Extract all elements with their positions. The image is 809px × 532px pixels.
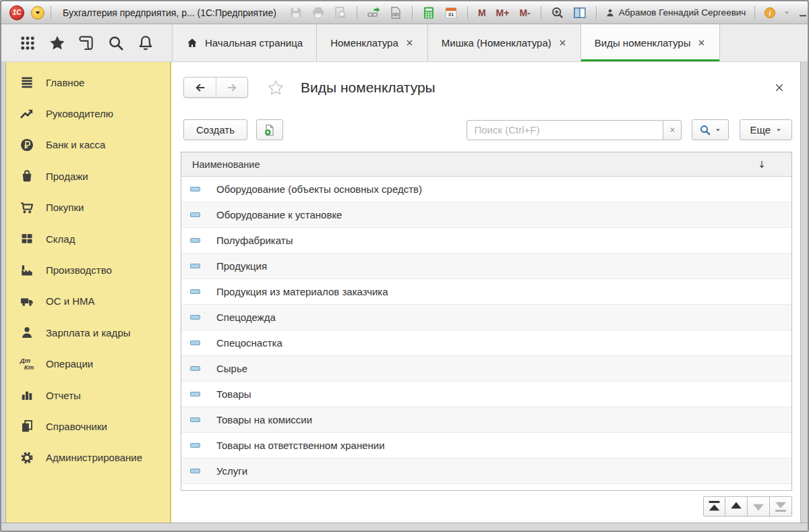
table-row[interactable]: Товары на комиссии bbox=[181, 407, 791, 433]
tab[interactable]: Виды номенклатуры bbox=[581, 24, 721, 61]
calculator-icon[interactable] bbox=[421, 5, 437, 20]
tab-close-icon[interactable] bbox=[558, 38, 567, 47]
link-tools bbox=[363, 5, 406, 20]
cart-icon bbox=[20, 200, 34, 215]
nav-prev-icon[interactable] bbox=[725, 496, 748, 516]
memory-button[interactable]: M- bbox=[515, 7, 534, 18]
sidebar-item[interactable]: Главное bbox=[6, 67, 170, 98]
search-button[interactable] bbox=[692, 119, 729, 140]
sidebar-item[interactable]: Покупки bbox=[6, 192, 170, 223]
user-info[interactable]: Абрамов Геннадий Сергеевич bbox=[605, 7, 746, 18]
table-row[interactable]: Товары на ответственном хранении bbox=[181, 433, 791, 459]
table-row[interactable]: Оборудование (объекты основных средств) bbox=[181, 177, 791, 202]
zoom-plus-icon[interactable] bbox=[549, 5, 566, 20]
menu-icon bbox=[20, 75, 34, 90]
table-row[interactable]: Продукция bbox=[181, 254, 791, 279]
bars-icon bbox=[20, 388, 34, 403]
nav-next-icon[interactable] bbox=[748, 496, 770, 516]
divider bbox=[541, 6, 541, 20]
sidebar-item[interactable]: Справочники bbox=[6, 411, 170, 442]
tabbar: Начальная страница Номенклатура Мишка (Н… bbox=[1, 24, 808, 62]
print-icon[interactable] bbox=[310, 5, 326, 20]
favorite-star-button[interactable] bbox=[267, 79, 284, 96]
column-header-label: Наименование bbox=[192, 159, 260, 170]
create-button[interactable]: Создать bbox=[183, 119, 247, 140]
main-menu-button[interactable] bbox=[31, 6, 44, 20]
save-icon[interactable] bbox=[288, 5, 304, 20]
sidebar-item-label: Зарплата и кадры bbox=[46, 327, 131, 338]
link-go-icon[interactable] bbox=[365, 5, 382, 20]
page-header: Виды номенклатуры bbox=[171, 62, 800, 98]
tab[interactable]: Номенклатура bbox=[317, 24, 428, 61]
apps-menu-icon[interactable] bbox=[19, 34, 36, 52]
tab[interactable]: Начальная страница bbox=[173, 24, 317, 61]
memory-button[interactable]: M+ bbox=[492, 7, 514, 18]
page-title: Виды номенклатуры bbox=[301, 80, 436, 96]
sidebar-item-label: Главное bbox=[46, 77, 84, 88]
item-dash-icon bbox=[190, 341, 200, 345]
close-panel-button[interactable] bbox=[773, 82, 785, 94]
row-label: Полуфабрикаты bbox=[216, 235, 293, 246]
item-dash-icon bbox=[190, 443, 200, 448]
bell-icon[interactable] bbox=[137, 34, 154, 52]
info-button[interactable]: i bbox=[763, 5, 777, 20]
memory-button[interactable]: M bbox=[474, 7, 490, 18]
trend-icon bbox=[20, 107, 34, 121]
sidebar-item[interactable]: Администрирование bbox=[6, 442, 170, 473]
row-label: Услуги bbox=[216, 465, 247, 477]
warehouse-icon bbox=[20, 231, 34, 246]
row-label: Продукция из материалов заказчика bbox=[216, 286, 388, 297]
column-header-name[interactable]: Наименование bbox=[181, 152, 791, 177]
table-row[interactable]: Продукция из материалов заказчика bbox=[181, 279, 791, 305]
sidebar-item-label: Банк и касса bbox=[46, 139, 105, 150]
clear-search-button[interactable] bbox=[663, 120, 682, 140]
sidebar-item[interactable]: Производство bbox=[6, 254, 170, 285]
table-row[interactable]: Спецодежда bbox=[181, 305, 791, 330]
favorites-star-icon[interactable] bbox=[49, 34, 66, 52]
table-row[interactable]: Товары bbox=[181, 382, 791, 407]
preview-icon[interactable] bbox=[332, 5, 349, 20]
svg-text:i: i bbox=[769, 9, 771, 17]
nav-last-icon[interactable] bbox=[770, 496, 792, 516]
more-label: Еще bbox=[750, 124, 771, 136]
forward-button[interactable] bbox=[216, 78, 247, 97]
tab-close-icon[interactable] bbox=[405, 38, 414, 47]
table-row[interactable]: Полуфабрикаты bbox=[181, 228, 791, 254]
tab-close-icon[interactable] bbox=[697, 38, 706, 47]
table-row[interactable]: Услуги bbox=[181, 459, 791, 484]
user-name: Абрамов Геннадий Сергеевич bbox=[619, 7, 746, 18]
calendar-icon[interactable]: 31 bbox=[443, 5, 459, 20]
sidebar-item-label: Отчеты bbox=[46, 390, 81, 401]
doc-link-icon[interactable] bbox=[388, 5, 404, 20]
bag-icon bbox=[20, 169, 34, 183]
sidebar-item[interactable]: Банк и касса bbox=[6, 129, 170, 160]
split-view-icon[interactable] bbox=[572, 5, 588, 20]
sidebar-item[interactable]: Склад bbox=[6, 223, 170, 254]
table-row[interactable]: Сырье bbox=[181, 356, 791, 382]
search-icon[interactable] bbox=[107, 34, 125, 52]
divider bbox=[412, 6, 413, 20]
back-button[interactable] bbox=[184, 78, 216, 97]
titlebar: 1С Бухгалтерия предприятия, р... (1С:Пре… bbox=[1, 1, 808, 24]
new-document-icon bbox=[263, 123, 276, 137]
sidebar-item[interactable]: ОС и НМА bbox=[6, 286, 170, 317]
tab[interactable]: Мишка (Номенклатура) bbox=[428, 24, 581, 61]
sidebar-item[interactable]: Отчеты bbox=[6, 380, 170, 411]
history-icon[interactable] bbox=[78, 34, 95, 52]
search-input[interactable] bbox=[467, 120, 663, 140]
create-group-button[interactable] bbox=[256, 119, 283, 140]
row-label: Товары на ответственном хранении bbox=[216, 440, 385, 451]
sidebar-item[interactable]: Руководителю bbox=[6, 98, 170, 129]
item-dash-icon bbox=[190, 264, 200, 268]
minimize-button[interactable] bbox=[795, 6, 809, 20]
service-menu-button[interactable] bbox=[783, 5, 790, 20]
nav-first-icon[interactable] bbox=[703, 496, 725, 516]
table-row[interactable]: Оборудование к установке bbox=[181, 202, 791, 228]
sidebar-item[interactable]: ДтКт Операции bbox=[6, 349, 170, 380]
more-button[interactable]: Еще bbox=[740, 119, 792, 140]
search-group bbox=[467, 120, 682, 140]
panel-tools bbox=[1, 24, 173, 61]
sidebar-item[interactable]: Зарплата и кадры bbox=[6, 317, 170, 348]
table-row[interactable]: Спецоснастка bbox=[181, 330, 791, 356]
sidebar-item[interactable]: Продажи bbox=[6, 160, 170, 191]
